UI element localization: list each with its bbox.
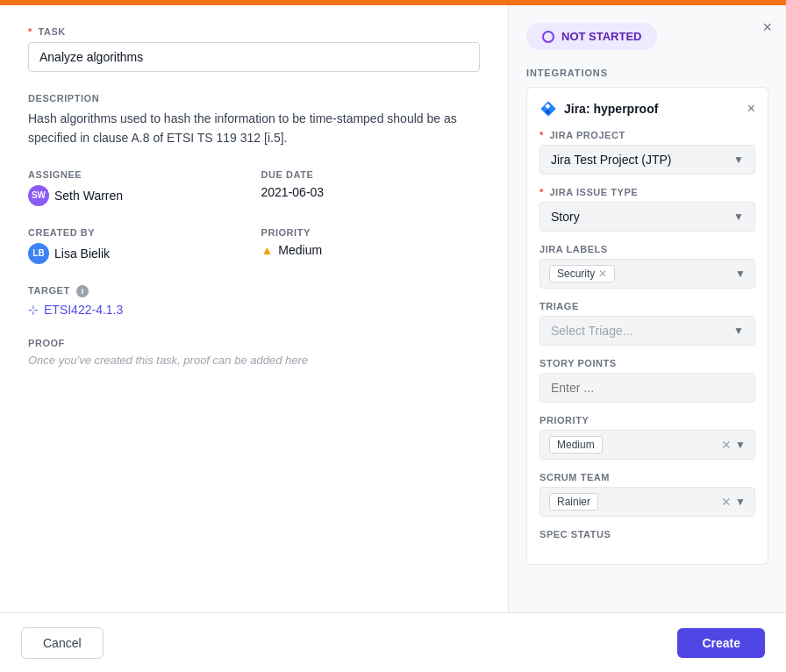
task-label: * TASK (28, 26, 480, 37)
created-by-avatar: LB (28, 243, 49, 264)
triage-arrow-icon: ▼ (733, 325, 744, 337)
jira-icon (539, 100, 557, 118)
integration-title: Jira: hyperproof (539, 100, 658, 118)
story-points-group: STORY POINTS (539, 358, 755, 403)
spec-status-group: SPEC STATUS (539, 529, 755, 540)
assignee-avatar: SW (28, 185, 49, 206)
triage-select[interactable]: Select Triage... ▼ (539, 316, 755, 346)
jira-project-label: * JIRA PROJECT (539, 130, 755, 140)
integration-card: Jira: hyperproof × * JIRA PROJECT Jira T… (526, 87, 768, 565)
modal-body: * TASK DESCRIPTION Hash algorithms used … (0, 5, 786, 612)
integration-close-button[interactable]: × (747, 101, 755, 117)
req-star-issue: * (539, 187, 547, 197)
story-points-label: STORY POINTS (539, 358, 755, 368)
modal-container: * TASK DESCRIPTION Hash algorithms used … (0, 0, 786, 672)
jira-issue-type-label: * JIRA ISSUE TYPE (539, 187, 755, 197)
security-tag: Security ✕ (549, 265, 615, 282)
spec-status-label: SPEC STATUS (539, 529, 755, 540)
scrum-team-select[interactable]: Rainier ✕ ▼ (539, 487, 755, 517)
jira-issue-type-group: * JIRA ISSUE TYPE Story ▼ (539, 187, 755, 232)
triage-label: TRIAGE (539, 301, 755, 311)
status-button[interactable]: NOT STARTED (526, 23, 657, 50)
priority-group-right: PRIORITY Medium ✕ ▼ (539, 415, 755, 460)
scrum-team-tag: Rainier (549, 493, 598, 511)
priority-label: PRIORITY (261, 227, 481, 238)
create-button[interactable]: Create (677, 628, 765, 658)
security-tag-remove[interactable]: ✕ (598, 268, 607, 280)
jira-labels-group: JIRA LABELS Security ✕ ▼ (539, 244, 755, 289)
proof-text: Once you've created this task, proof can… (28, 354, 480, 367)
scrum-team-arrow-icon: ▼ (735, 496, 746, 508)
triage-group: TRIAGE Select Triage... ▼ (539, 301, 755, 346)
created-priority-section: CREATED BY LB Lisa Bielik PRIORITY ▲ Med… (28, 227, 480, 264)
jira-project-select[interactable]: Jira Test Project (JTP) ▼ (539, 145, 755, 175)
jira-issue-type-select[interactable]: Story ▼ (539, 202, 755, 232)
assignee-value: SW Seth Warren (28, 185, 247, 206)
status-circle-icon (542, 31, 554, 43)
priority-field: PRIORITY ▲ Medium (261, 227, 481, 264)
scrum-team-label: SCRUM TEAM (539, 472, 755, 483)
priority-arrow-icon: ▼ (735, 439, 746, 451)
jira-issue-arrow-icon: ▼ (733, 211, 744, 223)
created-by-label: CREATED BY (28, 227, 247, 238)
left-panel: * TASK DESCRIPTION Hash algorithms used … (0, 5, 509, 612)
priority-icon: ▲ (261, 243, 274, 257)
priority-select[interactable]: Medium ✕ ▼ (539, 430, 755, 460)
scrum-team-clear-icon[interactable]: ✕ (721, 495, 732, 509)
required-star: * (28, 26, 32, 37)
req-star-project: * (539, 130, 547, 140)
target-link[interactable]: ⊹ ETSI422-4.1.3 (28, 303, 480, 317)
description-section: DESCRIPTION Hash algorithms used to hash… (28, 93, 480, 148)
scrum-team-controls: ✕ ▼ (721, 495, 746, 509)
task-section: * TASK (28, 26, 480, 72)
description-text: Hash algorithms used to hash the informa… (28, 109, 480, 148)
assignee-field: ASSIGNEE SW Seth Warren (28, 169, 247, 206)
priority-controls: ✕ ▼ (721, 438, 746, 452)
close-button[interactable]: × (762, 19, 772, 35)
target-label: TARGET i (28, 285, 480, 297)
jira-labels-input[interactable]: Security ✕ ▼ (539, 259, 755, 289)
target-section: TARGET i ⊹ ETSI422-4.1.3 (28, 285, 480, 317)
jira-labels-label: JIRA LABELS (539, 244, 755, 254)
jira-project-arrow-icon: ▼ (733, 154, 744, 166)
priority-tag: Medium (549, 436, 603, 454)
proof-section: PROOF Once you've created this task, pro… (28, 338, 480, 367)
due-date-field: DUE DATE 2021-06-03 (261, 169, 481, 206)
right-panel: × NOT STARTED INTEGRATIONS (509, 5, 786, 612)
integration-header: Jira: hyperproof × (539, 100, 755, 118)
due-date-value: 2021-06-03 (261, 185, 481, 199)
cancel-button[interactable]: Cancel (21, 627, 104, 659)
story-points-input[interactable] (539, 373, 755, 403)
created-by-field: CREATED BY LB Lisa Bielik (28, 227, 247, 264)
description-label: DESCRIPTION (28, 93, 480, 104)
created-by-value: LB Lisa Bielik (28, 243, 247, 264)
assignee-duedate-section: ASSIGNEE SW Seth Warren DUE DATE 2021-06… (28, 169, 480, 206)
assignee-label: ASSIGNEE (28, 169, 247, 180)
modal-footer: Cancel Create (0, 612, 786, 672)
due-date-label: DUE DATE (261, 169, 481, 180)
jira-labels-arrow-icon: ▼ (735, 268, 746, 280)
jira-project-group: * JIRA PROJECT Jira Test Project (JTP) ▼ (539, 130, 755, 175)
task-input[interactable] (28, 42, 480, 72)
priority-value: ▲ Medium (261, 243, 481, 257)
target-info-icon[interactable]: i (76, 285, 89, 297)
scrum-team-group: SCRUM TEAM Rainier ✕ ▼ (539, 472, 755, 517)
proof-label: PROOF (28, 338, 480, 348)
priority-clear-icon[interactable]: ✕ (721, 438, 732, 452)
priority-label-right: PRIORITY (539, 415, 755, 425)
integrations-label: INTEGRATIONS (526, 68, 768, 78)
target-node-icon: ⊹ (28, 303, 39, 317)
